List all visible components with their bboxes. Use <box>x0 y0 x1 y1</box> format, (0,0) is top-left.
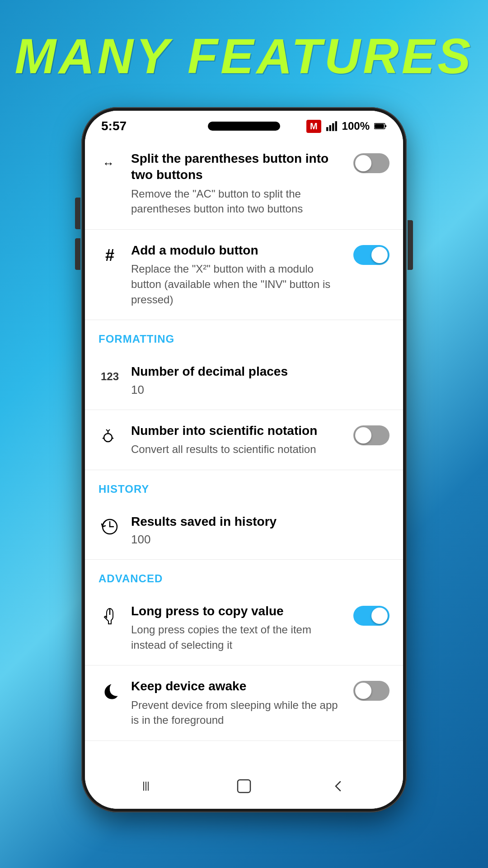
decimal-icon: 123 <box>99 365 121 388</box>
list-item[interactable]: Keep device awake Prevent device from sl… <box>85 665 403 741</box>
item-content-long-press: Long press to copy value Long press copi… <box>131 603 343 653</box>
item-desc-scientific: Convert all results to scientific notati… <box>131 442 343 457</box>
svg-rect-15 <box>143 782 144 791</box>
item-title-scientific: Number into scientific notation <box>131 423 343 439</box>
phone-screen: 5:57 M 100% ↔ Split the parentheses butt… <box>85 111 403 809</box>
side-button-vol-down <box>75 238 80 270</box>
svg-point-7 <box>104 434 112 442</box>
item-desc-split: Remove the "AC" button to split the pare… <box>131 186 343 217</box>
phone-frame: 5:57 M 100% ↔ Split the parentheses butt… <box>81 107 407 812</box>
toggle-scientific[interactable] <box>353 425 389 445</box>
list-item[interactable]: 123 Number of decimal places 10 <box>85 351 403 410</box>
section-header-advanced: ADVANCED <box>85 560 403 590</box>
svg-rect-18 <box>238 780 250 793</box>
sleep-icon <box>99 680 121 703</box>
item-content-scientific: Number into scientific notation Convert … <box>131 423 343 457</box>
svg-rect-3 <box>335 121 337 131</box>
item-content-keep-awake: Keep device awake Prevent device from sl… <box>131 678 343 728</box>
toggle-long-press[interactable] <box>353 606 389 626</box>
list-item[interactable]: Number into scientific notation Convert … <box>85 410 403 470</box>
nav-bar <box>85 768 403 809</box>
history-icon <box>99 515 121 538</box>
item-value-decimal: 10 <box>131 383 389 397</box>
section-header-history: HISTORY <box>85 470 403 501</box>
toggle-modulo[interactable] <box>353 245 389 265</box>
svg-rect-5 <box>375 124 384 128</box>
back-button[interactable] <box>330 778 347 794</box>
battery-text: 100% <box>342 120 370 132</box>
item-desc-modulo: Replace the "X²" button with a modulo bu… <box>131 261 343 307</box>
list-item[interactable]: Long press to copy value Long press copi… <box>85 590 403 666</box>
list-item[interactable]: ↔ Split the parentheses button into two … <box>85 138 403 230</box>
list-item[interactable]: # Add a modulo button Replace the "X²" b… <box>85 230 403 320</box>
list-item[interactable]: Results saved in history 100 <box>85 501 403 560</box>
item-title-decimal: Number of decimal places <box>131 363 389 380</box>
item-desc-keep-awake: Prevent device from sleeping while the a… <box>131 698 343 728</box>
long-press-icon <box>99 605 121 627</box>
section-header-formatting: FORMATTING <box>85 320 403 351</box>
notification-badge: M <box>306 120 321 133</box>
svg-text:↔: ↔ <box>103 156 114 170</box>
item-title-history: Results saved in history <box>131 514 389 530</box>
status-icons: M 100% <box>306 120 387 133</box>
item-content-decimal: Number of decimal places 10 <box>131 363 389 396</box>
side-button-power <box>408 220 413 270</box>
svg-rect-16 <box>145 782 146 791</box>
toggle-keep-awake[interactable] <box>353 681 389 701</box>
item-title-long-press: Long press to copy value <box>131 603 343 619</box>
svg-line-12 <box>106 429 108 431</box>
svg-rect-17 <box>148 782 149 791</box>
svg-rect-0 <box>326 127 328 131</box>
item-content-modulo: Add a modulo button Replace the "X²" but… <box>131 242 343 307</box>
split-parentheses-icon: ↔ <box>99 152 121 175</box>
side-button-vol-up <box>75 198 80 229</box>
svg-rect-1 <box>329 125 331 131</box>
status-bar: 5:57 M 100% <box>85 111 403 138</box>
home-button[interactable] <box>235 777 253 795</box>
item-desc-long-press: Long press copies the text of the item i… <box>131 622 343 652</box>
item-title-modulo: Add a modulo button <box>131 242 343 259</box>
item-title-split: Split the parentheses button into two bu… <box>131 151 343 184</box>
recent-apps-button[interactable] <box>141 778 158 794</box>
status-pill <box>208 122 280 131</box>
item-value-history: 100 <box>131 533 389 547</box>
item-title-keep-awake: Keep device awake <box>131 678 343 694</box>
signal-icon <box>326 120 338 132</box>
item-content-split: Split the parentheses button into two bu… <box>131 151 343 217</box>
toggle-split-parentheses[interactable] <box>353 153 389 173</box>
battery-icon <box>374 123 387 130</box>
modulo-icon: # <box>99 244 121 267</box>
scientific-icon <box>99 425 121 447</box>
page-title: MANY FEATURES <box>14 27 473 85</box>
status-time: 5:57 <box>101 119 127 133</box>
svg-rect-2 <box>332 123 334 131</box>
settings-list: ↔ Split the parentheses button into two … <box>85 138 403 768</box>
svg-line-11 <box>108 429 110 431</box>
item-content-history: Results saved in history 100 <box>131 514 389 547</box>
